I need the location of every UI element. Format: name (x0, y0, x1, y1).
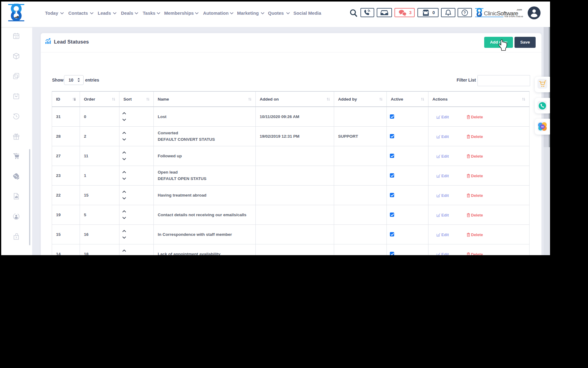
svg-text:12: 12 (15, 36, 18, 39)
svg-text:?: ? (464, 11, 466, 15)
svg-text:AI: AI (541, 125, 544, 128)
svg-text:?: ? (16, 236, 17, 239)
